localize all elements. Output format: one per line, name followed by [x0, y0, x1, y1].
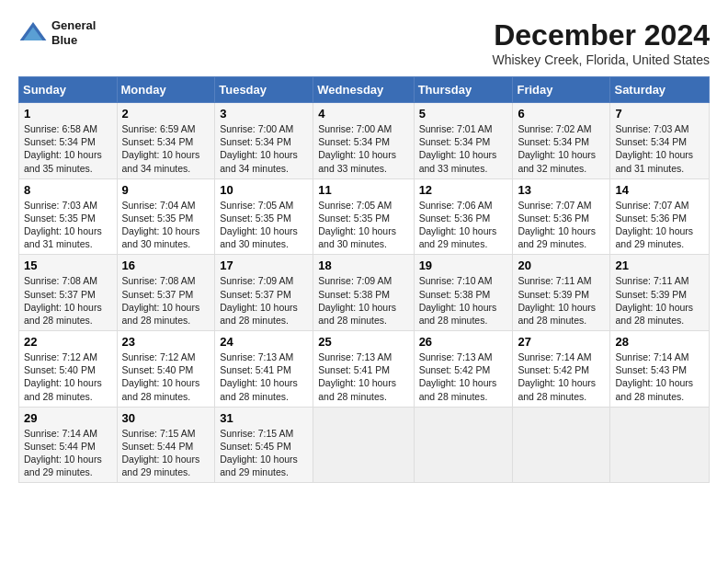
calendar-cell: 23Sunrise: 7:12 AM Sunset: 5:40 PM Dayli…: [117, 331, 215, 408]
col-header-wednesday: Wednesday: [313, 77, 414, 103]
calendar-cell: 3Sunrise: 7:00 AM Sunset: 5:34 PM Daylig…: [215, 103, 313, 179]
day-number: 14: [615, 183, 704, 197]
day-number: 18: [318, 259, 408, 272]
day-number: 6: [518, 107, 605, 121]
col-header-saturday: Saturday: [610, 77, 710, 103]
day-number: 4: [318, 107, 408, 121]
logo-text: General Blue: [51, 18, 96, 47]
day-number: 7: [615, 107, 704, 121]
day-number: 31: [220, 411, 308, 425]
day-number: 25: [318, 335, 408, 349]
calendar-cell: 20Sunrise: 7:11 AM Sunset: 5:39 PM Dayli…: [513, 255, 610, 331]
day-number: 8: [24, 183, 112, 197]
day-details: Sunrise: 7:11 AM Sunset: 5:39 PM Dayligh…: [615, 274, 704, 327]
calendar-cell: 13Sunrise: 7:07 AM Sunset: 5:36 PM Dayli…: [513, 178, 610, 255]
day-number: 13: [518, 183, 605, 197]
calendar-cell: 28Sunrise: 7:14 AM Sunset: 5:43 PM Dayli…: [610, 331, 710, 408]
week-row-2: 8Sunrise: 7:03 AM Sunset: 5:35 PM Daylig…: [19, 178, 710, 255]
col-header-tuesday: Tuesday: [215, 77, 313, 103]
calendar-cell: [513, 407, 610, 483]
week-row-4: 22Sunrise: 7:12 AM Sunset: 5:40 PM Dayli…: [19, 331, 710, 408]
day-details: Sunrise: 7:03 AM Sunset: 5:35 PM Dayligh…: [24, 199, 112, 251]
calendar-cell: 11Sunrise: 7:05 AM Sunset: 5:35 PM Dayli…: [313, 178, 414, 255]
day-details: Sunrise: 7:13 AM Sunset: 5:41 PM Dayligh…: [220, 350, 308, 403]
day-details: Sunrise: 6:59 AM Sunset: 5:34 PM Dayligh…: [122, 122, 210, 175]
day-number: 27: [518, 335, 605, 349]
day-details: Sunrise: 7:12 AM Sunset: 5:40 PM Dayligh…: [122, 350, 210, 403]
calendar-cell: [414, 407, 513, 483]
calendar-cell: 10Sunrise: 7:05 AM Sunset: 5:35 PM Dayli…: [215, 178, 313, 255]
calendar-cell: 15Sunrise: 7:08 AM Sunset: 5:37 PM Dayli…: [19, 255, 118, 331]
page-header: General Blue December 2024 Whiskey Creek…: [18, 18, 710, 67]
calendar-cell: 2Sunrise: 6:59 AM Sunset: 5:34 PM Daylig…: [117, 103, 215, 179]
day-details: Sunrise: 7:08 AM Sunset: 5:37 PM Dayligh…: [24, 274, 112, 327]
day-details: Sunrise: 7:12 AM Sunset: 5:40 PM Dayligh…: [24, 350, 112, 403]
day-details: Sunrise: 7:15 AM Sunset: 5:45 PM Dayligh…: [220, 427, 308, 479]
day-number: 15: [24, 259, 112, 272]
day-details: Sunrise: 7:02 AM Sunset: 5:34 PM Dayligh…: [518, 122, 605, 175]
day-number: 20: [518, 259, 605, 272]
day-number: 21: [615, 259, 704, 272]
calendar-cell: 12Sunrise: 7:06 AM Sunset: 5:36 PM Dayli…: [414, 178, 513, 255]
calendar-cell: 24Sunrise: 7:13 AM Sunset: 5:41 PM Dayli…: [215, 331, 313, 408]
calendar-cell: 9Sunrise: 7:04 AM Sunset: 5:35 PM Daylig…: [117, 178, 215, 255]
calendar-cell: 27Sunrise: 7:14 AM Sunset: 5:42 PM Dayli…: [513, 331, 610, 408]
day-details: Sunrise: 7:13 AM Sunset: 5:41 PM Dayligh…: [318, 350, 408, 403]
day-details: Sunrise: 7:03 AM Sunset: 5:34 PM Dayligh…: [615, 122, 704, 175]
day-number: 11: [318, 183, 408, 197]
day-number: 26: [419, 335, 508, 349]
header-row: SundayMondayTuesdayWednesdayThursdayFrid…: [19, 77, 710, 103]
calendar-cell: 4Sunrise: 7:00 AM Sunset: 5:34 PM Daylig…: [313, 103, 414, 179]
logo-icon: [18, 18, 48, 48]
day-number: 17: [220, 259, 308, 272]
day-details: Sunrise: 7:07 AM Sunset: 5:36 PM Dayligh…: [518, 199, 605, 251]
day-details: Sunrise: 7:10 AM Sunset: 5:38 PM Dayligh…: [419, 274, 508, 327]
day-number: 12: [419, 183, 508, 197]
day-details: Sunrise: 7:09 AM Sunset: 5:38 PM Dayligh…: [318, 274, 408, 327]
calendar-cell: [313, 407, 414, 483]
day-number: 19: [419, 259, 508, 272]
day-number: 2: [122, 107, 210, 121]
day-number: 28: [615, 335, 704, 349]
calendar-cell: 6Sunrise: 7:02 AM Sunset: 5:34 PM Daylig…: [513, 103, 610, 179]
day-details: Sunrise: 7:04 AM Sunset: 5:35 PM Dayligh…: [122, 199, 210, 251]
day-number: 24: [220, 335, 308, 349]
calendar-table: SundayMondayTuesdayWednesdayThursdayFrid…: [18, 76, 710, 483]
location: Whiskey Creek, Florida, United States: [492, 52, 710, 67]
calendar-cell: 19Sunrise: 7:10 AM Sunset: 5:38 PM Dayli…: [414, 255, 513, 331]
calendar-cell: 26Sunrise: 7:13 AM Sunset: 5:42 PM Dayli…: [414, 331, 513, 408]
calendar-cell: 17Sunrise: 7:09 AM Sunset: 5:37 PM Dayli…: [215, 255, 313, 331]
week-row-1: 1Sunrise: 6:58 AM Sunset: 5:34 PM Daylig…: [19, 103, 710, 179]
day-number: 29: [24, 411, 112, 425]
day-details: Sunrise: 7:15 AM Sunset: 5:44 PM Dayligh…: [122, 427, 210, 479]
day-details: Sunrise: 7:06 AM Sunset: 5:36 PM Dayligh…: [419, 199, 508, 251]
day-details: Sunrise: 7:14 AM Sunset: 5:43 PM Dayligh…: [615, 350, 704, 403]
day-number: 10: [220, 183, 308, 197]
day-details: Sunrise: 7:14 AM Sunset: 5:42 PM Dayligh…: [518, 350, 605, 403]
calendar-cell: 7Sunrise: 7:03 AM Sunset: 5:34 PM Daylig…: [610, 103, 710, 179]
calendar-cell: 30Sunrise: 7:15 AM Sunset: 5:44 PM Dayli…: [117, 407, 215, 483]
calendar-cell: 8Sunrise: 7:03 AM Sunset: 5:35 PM Daylig…: [19, 178, 118, 255]
day-details: Sunrise: 7:00 AM Sunset: 5:34 PM Dayligh…: [220, 122, 308, 175]
day-details: Sunrise: 7:01 AM Sunset: 5:34 PM Dayligh…: [419, 122, 508, 175]
day-details: Sunrise: 7:00 AM Sunset: 5:34 PM Dayligh…: [318, 122, 408, 175]
calendar-cell: 21Sunrise: 7:11 AM Sunset: 5:39 PM Dayli…: [610, 255, 710, 331]
calendar-cell: 31Sunrise: 7:15 AM Sunset: 5:45 PM Dayli…: [215, 407, 313, 483]
calendar-cell: 1Sunrise: 6:58 AM Sunset: 5:34 PM Daylig…: [19, 103, 118, 179]
day-details: Sunrise: 7:09 AM Sunset: 5:37 PM Dayligh…: [220, 274, 308, 327]
week-row-5: 29Sunrise: 7:14 AM Sunset: 5:44 PM Dayli…: [19, 407, 710, 483]
day-details: Sunrise: 7:05 AM Sunset: 5:35 PM Dayligh…: [318, 199, 408, 251]
col-header-sunday: Sunday: [19, 77, 118, 103]
day-details: Sunrise: 7:08 AM Sunset: 5:37 PM Dayligh…: [122, 274, 210, 327]
day-number: 30: [122, 411, 210, 425]
day-number: 3: [220, 107, 308, 121]
calendar-cell: [610, 407, 710, 483]
day-details: Sunrise: 7:05 AM Sunset: 5:35 PM Dayligh…: [220, 199, 308, 251]
day-details: Sunrise: 7:11 AM Sunset: 5:39 PM Dayligh…: [518, 274, 605, 327]
calendar-cell: 22Sunrise: 7:12 AM Sunset: 5:40 PM Dayli…: [19, 331, 118, 408]
day-number: 1: [24, 107, 112, 121]
day-number: 23: [122, 335, 210, 349]
day-details: Sunrise: 7:13 AM Sunset: 5:42 PM Dayligh…: [419, 350, 508, 403]
week-row-3: 15Sunrise: 7:08 AM Sunset: 5:37 PM Dayli…: [19, 255, 710, 331]
col-header-monday: Monday: [117, 77, 215, 103]
